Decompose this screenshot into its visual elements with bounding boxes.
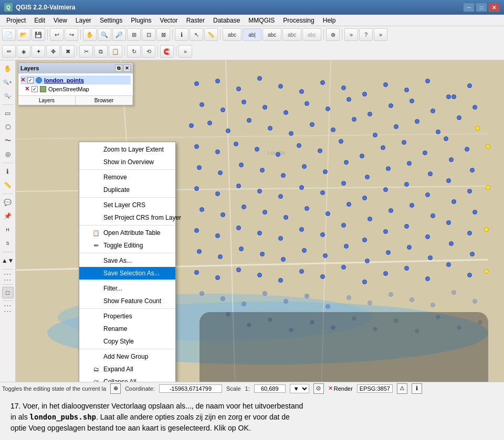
minimize-button[interactable]: ─ bbox=[463, 3, 475, 12]
zoom-in-button[interactable]: 🔍 bbox=[98, 28, 111, 41]
tool-annotation[interactable]: 💬 bbox=[2, 196, 14, 209]
undo-button[interactable]: ↩ bbox=[50, 28, 64, 41]
label-button5[interactable]: abc bbox=[302, 28, 321, 41]
delete-button[interactable]: ✖ bbox=[61, 45, 75, 58]
tool-select-free[interactable]: 〜 bbox=[2, 134, 14, 147]
cm-duplicate[interactable]: Duplicate bbox=[79, 184, 175, 196]
layer-row-london-points[interactable]: ✕ ✓ london_points bbox=[20, 76, 131, 84]
menu-mmqgis[interactable]: MMQGIS bbox=[244, 16, 279, 25]
edit-tool-button[interactable]: ✏ bbox=[2, 45, 16, 58]
tool-pin[interactable]: 📌 bbox=[2, 210, 14, 222]
label-button4[interactable]: abc bbox=[282, 28, 301, 41]
cm-filter[interactable]: Filter... bbox=[79, 282, 175, 295]
redo-button[interactable]: ↪ bbox=[65, 28, 78, 41]
tool-measure[interactable]: 📏 bbox=[2, 179, 14, 191]
menu-layer[interactable]: Layer bbox=[71, 16, 96, 25]
tab-layers[interactable]: Layers bbox=[18, 96, 76, 105]
cm-set-project-crs[interactable]: Set Project CRS from Layer bbox=[79, 211, 175, 224]
add-feature-button[interactable]: ✦ bbox=[32, 45, 45, 58]
menu-settings[interactable]: Settings bbox=[96, 16, 127, 25]
tool-deselect[interactable]: □ bbox=[2, 287, 14, 298]
tool-pan[interactable]: ✋ bbox=[2, 62, 14, 75]
scale-button[interactable]: ⟲ bbox=[142, 45, 155, 58]
layer-name-osm[interactable]: OpenStreetMap bbox=[48, 86, 89, 92]
cm-feature-count[interactable]: Show Feature Count bbox=[79, 295, 175, 307]
menu-raster[interactable]: Raster bbox=[182, 16, 209, 25]
node-button[interactable]: ◈ bbox=[17, 45, 30, 58]
menu-edit[interactable]: Edit bbox=[30, 16, 49, 25]
cm-collapse-all[interactable]: 🗂 Collapse All bbox=[79, 375, 175, 382]
zoom-out-button[interactable]: 🔎 bbox=[112, 28, 126, 41]
cm-zoom-extent[interactable]: Zoom to Layer Extent bbox=[79, 143, 175, 156]
rotate-button[interactable]: ↻ bbox=[127, 45, 141, 58]
move-button[interactable]: ✥ bbox=[46, 45, 60, 58]
layers-float-button[interactable]: ⧉ bbox=[115, 65, 122, 72]
menu-processing[interactable]: Processing bbox=[279, 16, 318, 25]
zoom-layer-button[interactable]: ⊡ bbox=[142, 28, 155, 41]
cm-copy-style[interactable]: Copy Style bbox=[79, 335, 175, 348]
cm-rename[interactable]: Rename bbox=[79, 323, 175, 335]
cm-save-as[interactable]: Save As... bbox=[79, 254, 175, 267]
content-area[interactable]: London .pt { position:absolute; width:9p… bbox=[16, 60, 504, 382]
layer-visible-checkbox2[interactable]: ✓ bbox=[32, 86, 38, 92]
scale-field[interactable]: 60,689 bbox=[254, 384, 286, 393]
paste-button[interactable]: 📋 bbox=[109, 45, 122, 58]
tool-zoom-in[interactable]: 🔍+ bbox=[2, 76, 14, 89]
menu-database[interactable]: Database bbox=[209, 16, 244, 25]
cm-add-group[interactable]: Add New Group bbox=[79, 350, 175, 363]
label-button[interactable]: abc bbox=[223, 28, 242, 41]
restore-button[interactable]: □ bbox=[476, 3, 487, 12]
zoom-full-button[interactable]: ⊞ bbox=[127, 28, 141, 41]
help-button[interactable]: ? bbox=[359, 28, 373, 41]
layer-visible-checkbox[interactable]: ✓ bbox=[27, 77, 34, 83]
tool-html[interactable]: H bbox=[2, 223, 14, 236]
gps-status-icon[interactable]: ⊕ bbox=[110, 383, 121, 394]
close-button[interactable]: ✕ bbox=[488, 3, 500, 12]
tool-svg[interactable]: S bbox=[2, 237, 14, 250]
menu-project[interactable]: Project bbox=[2, 16, 30, 25]
copy-feat-button[interactable]: ⧉ bbox=[94, 45, 108, 58]
tool-select-poly[interactable]: ⬡ bbox=[2, 121, 14, 133]
new-project-button[interactable]: 📄 bbox=[2, 28, 16, 41]
menu-help[interactable]: Help bbox=[319, 16, 340, 25]
menu-view[interactable]: View bbox=[49, 16, 71, 25]
scale-select[interactable]: ▼ bbox=[290, 384, 309, 393]
layers-close-button[interactable]: ✕ bbox=[123, 65, 131, 72]
cm-properties[interactable]: Properties bbox=[79, 310, 175, 323]
tab-browser[interactable]: Browser bbox=[76, 96, 133, 105]
cut-button[interactable]: ✂ bbox=[79, 45, 93, 58]
cm-remove[interactable]: Remove bbox=[79, 171, 175, 184]
tool-select-radius[interactable]: ◎ bbox=[2, 148, 14, 160]
menu-vector[interactable]: Vector bbox=[156, 16, 182, 25]
cm-show-overview[interactable]: Show in Overview bbox=[79, 156, 175, 168]
info-icon[interactable]: ℹ bbox=[412, 383, 422, 394]
coordinate-field[interactable]: -15963,6714799 bbox=[159, 384, 222, 393]
cm-save-selection-as[interactable]: Save Selection As... bbox=[79, 267, 175, 280]
tool-zoom-out[interactable]: 🔍- bbox=[2, 90, 14, 102]
select-button[interactable]: ↖ bbox=[190, 28, 203, 41]
snap-button[interactable]: 🧲 bbox=[160, 45, 174, 58]
cm-toggle-editing[interactable]: ✏ Toggle Editing bbox=[79, 239, 175, 252]
label-button3[interactable]: abc bbox=[262, 28, 281, 41]
save-button[interactable]: 💾 bbox=[32, 28, 45, 41]
warning-icon[interactable]: ⚠ bbox=[397, 383, 407, 394]
tool-nav[interactable]: ▲▼ bbox=[2, 254, 14, 267]
identify-button[interactable]: ℹ bbox=[175, 28, 188, 41]
tool-identify[interactable]: ℹ bbox=[2, 165, 14, 178]
digiize-more[interactable]: » bbox=[178, 45, 192, 58]
measure-button[interactable]: 📏 bbox=[204, 28, 218, 41]
tool-select-rect[interactable]: ▭ bbox=[2, 107, 14, 120]
label-button2[interactable]: ab| bbox=[243, 28, 261, 41]
cm-open-attribute-table[interactable]: 📋 Open Attribute Table bbox=[79, 227, 175, 239]
epsg-field[interactable]: EPSG:3857 bbox=[357, 384, 393, 393]
layer-name-london-points[interactable]: london_points bbox=[44, 77, 84, 83]
gps-button[interactable]: ⊕ bbox=[326, 28, 340, 41]
pan-button[interactable]: ✋ bbox=[83, 28, 97, 41]
zoom-selection-button[interactable]: ⊠ bbox=[156, 28, 170, 41]
cm-expand-all[interactable]: 🗂 Expand All bbox=[79, 363, 175, 375]
layer-row-osm[interactable]: ✕ ✓ OpenStreetMap bbox=[20, 84, 131, 93]
menu-plugins[interactable]: Plugins bbox=[127, 16, 155, 25]
more2-button[interactable]: » bbox=[374, 28, 387, 41]
render-sync-icon[interactable]: ⊙ bbox=[313, 383, 324, 394]
cm-set-crs[interactable]: Set Layer CRS bbox=[79, 199, 175, 211]
